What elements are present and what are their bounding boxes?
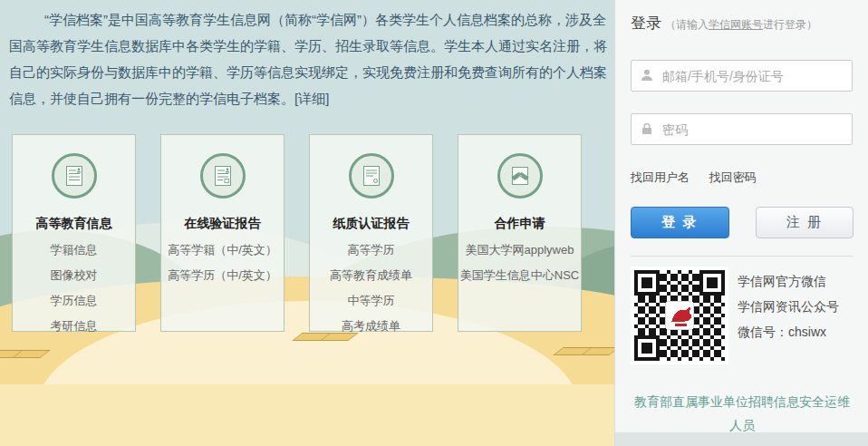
find-username-link[interactable]: 找回用户名	[631, 170, 690, 184]
card-title: 在线验证报告	[161, 216, 284, 232]
wechat-caption: 学信网官方微信 学信网资讯公众号 微信号：chsiwx	[738, 268, 839, 364]
handshake-icon	[497, 153, 543, 199]
login-panel: 登录（请输入学信网账号进行登录） 找回用户名 找回密码 登 录 注 册	[614, 0, 868, 446]
wechat-qr-code	[631, 267, 728, 364]
link-verify-xueli[interactable]: 高等学历（中/英文）	[161, 263, 284, 288]
link-cert-transcript[interactable]: 高等教育成绩单	[310, 263, 432, 288]
login-subtitle: （请输入学信网账号进行登录）	[665, 18, 817, 31]
card-title: 纸质认证报告	[310, 216, 432, 232]
link-photo-check[interactable]: 图像校对	[13, 263, 135, 288]
sand-light-band	[0, 384, 614, 446]
link-kaoyan-info[interactable]: 考研信息	[13, 314, 135, 339]
login-title: 登录	[631, 15, 661, 32]
link-cert-gaokao[interactable]: 高考成绩单	[310, 314, 432, 339]
document-person-icon	[52, 153, 97, 199]
intro-paragraph: “学信档案”是中国高等教育学生信息网（简称“学信网”）各类学生个人信息档案的总称…	[9, 6, 607, 112]
intro-illustration-area: “学信档案”是中国高等教育学生信息网（简称“学信网”）各类学生个人信息档案的总称…	[0, 0, 614, 446]
card-cooperation: 合作申请 美国大学网applyweb 美国学生信息中心NSC	[458, 134, 582, 332]
wechat-line: 学信网资讯公众号	[738, 294, 839, 319]
wechat-section: 学信网官方微信 学信网资讯公众号 微信号：chsiwx	[631, 267, 854, 364]
username-input[interactable]	[631, 60, 853, 92]
card-links: 高等学历 高等教育成绩单 中等学历 高考成绩单	[310, 238, 432, 339]
wechat-line: 学信网官方微信	[738, 268, 839, 294]
panel-divider	[631, 256, 854, 257]
username-field-wrap	[631, 60, 853, 92]
panel-bottom-strip	[615, 432, 868, 446]
detail-link[interactable]: [详细]	[294, 91, 329, 106]
card-higher-education-info: 高等教育信息 学籍信息 图像校对 学历信息 考研信息	[12, 134, 136, 332]
card-links: 学籍信息 图像校对 学历信息 考研信息	[13, 238, 135, 339]
lock-icon	[640, 121, 654, 136]
recruitment-link-1[interactable]: 教育部直属事业单位招聘信息安全运维人员	[631, 390, 854, 437]
card-links: 美国大学网applyweb 美国学生信息中心NSC	[458, 238, 581, 288]
user-icon	[640, 68, 654, 82]
document-person-icon	[200, 153, 246, 199]
card-online-verification: 在线验证报告 高等学籍（中/英文） 高等学历（中/英文）	[160, 134, 285, 332]
link-xueji-info[interactable]: 学籍信息	[13, 238, 135, 263]
link-verify-xueji[interactable]: 高等学籍（中/英文）	[161, 238, 284, 263]
card-links: 高等学籍（中/英文） 高等学历（中/英文）	[161, 238, 284, 288]
wood-plank-shape	[553, 347, 614, 355]
service-cards: 高等教育信息 学籍信息 图像校对 学历信息 考研信息	[12, 134, 582, 332]
password-field-wrap	[631, 113, 853, 145]
chsi-homepage: “学信档案”是中国高等教育学生信息网（简称“学信网”）各类学生个人信息档案的总称…	[0, 0, 868, 446]
account-help-link[interactable]: 学信网账号	[709, 18, 763, 31]
link-xueli-info[interactable]: 学历信息	[13, 288, 135, 314]
login-header: 登录（请输入学信网账号进行登录）	[631, 13, 854, 34]
link-nsc[interactable]: 美国学生信息中心NSC	[458, 263, 581, 288]
qr-center-logo	[665, 301, 693, 329]
account-recovery-links: 找回用户名 找回密码	[631, 170, 854, 186]
password-input[interactable]	[631, 113, 853, 145]
document-seal-icon	[349, 153, 394, 199]
wechat-line: 微信号：chsiwx	[738, 319, 839, 344]
find-password-link[interactable]: 找回密码	[709, 170, 757, 184]
login-button[interactable]: 登 录	[631, 207, 729, 238]
register-button[interactable]: 注 册	[756, 207, 854, 238]
link-cert-xueli[interactable]: 高等学历	[310, 238, 432, 263]
link-cert-secondary[interactable]: 中等学历	[310, 288, 432, 314]
card-paper-certification: 纸质认证报告 高等学历 高等教育成绩单 中等学历 高考成绩单	[309, 134, 433, 332]
card-title: 合作申请	[458, 216, 581, 232]
card-title: 高等教育信息	[13, 216, 135, 232]
login-buttons: 登 录 注 册	[631, 207, 854, 238]
link-applyweb[interactable]: 美国大学网applyweb	[458, 238, 581, 263]
